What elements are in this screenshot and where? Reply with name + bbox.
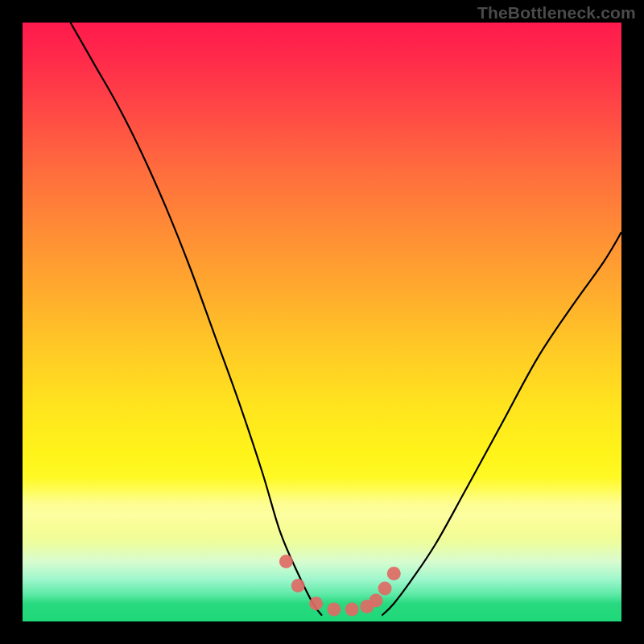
basin-dots — [279, 555, 401, 617]
plot-area — [23, 23, 621, 621]
basin-dot — [279, 555, 293, 568]
basin-dot — [291, 579, 305, 592]
basin-dot — [309, 597, 323, 610]
left-curve-path — [71, 23, 323, 616]
basin-dot — [378, 582, 392, 596]
watermark-text: TheBottleneck.com — [477, 3, 636, 23]
basin-dot — [327, 603, 341, 617]
basin-dot — [345, 603, 359, 617]
right-curve-path — [382, 232, 621, 615]
curve-layer — [23, 23, 621, 621]
basin-dot — [387, 567, 401, 580]
basin-dot — [369, 594, 383, 608]
chart-frame: TheBottleneck.com — [0, 0, 644, 644]
